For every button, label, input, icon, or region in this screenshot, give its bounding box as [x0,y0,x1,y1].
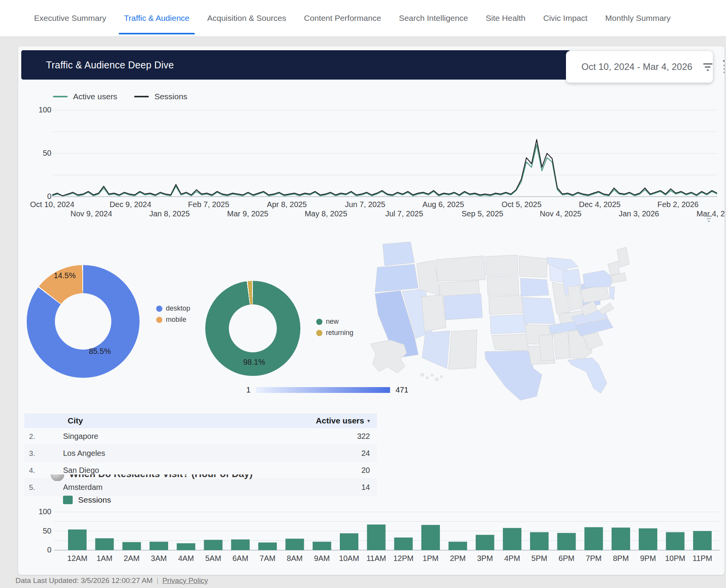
column-city: City [68,416,83,425]
privacy-policy-link[interactable]: Privacy Policy [162,576,208,585]
tab-civic-impact[interactable]: Civic Impact [543,0,587,36]
state-nd[interactable] [486,255,518,275]
tab-traffic-audience[interactable]: Traffic & Audience [124,0,189,36]
tab-content-performance[interactable]: Content Performance [304,0,381,36]
row-city: San Diego [63,466,361,475]
state-hi[interactable] [440,376,443,378]
more-vert-icon[interactable] [723,60,724,73]
mobile-pct-label: 14.5% [54,271,76,280]
state-ok[interactable] [492,334,529,351]
filter-icon[interactable] [703,63,712,71]
row-rank: 5. [24,483,63,492]
row-city: Los Angeles [63,449,361,458]
state-sd[interactable] [487,275,519,296]
legend-desktop: desktop [166,304,190,313]
date-range-value[interactable]: Oct 10, 2024 - Mar 4, 2026 [581,61,692,72]
legend-sessions: Sessions [154,92,187,101]
active-users-swatch [53,96,68,97]
state-ne[interactable] [489,295,525,314]
section-header: Traffic & Audience Deep Dive [21,50,570,80]
new-pct-label: 98.1% [243,358,265,367]
state-hi[interactable] [435,378,438,381]
row-city: Singapore [63,432,357,441]
last-updated-text: Data Last Updated: 3/5/2026 12:00:27 AM [15,576,153,585]
timeseries-legend: Active users Sessions [53,92,187,101]
state-ks[interactable] [490,314,528,334]
city-table: City Active users ▾ 2. Singapore 322 3. … [24,413,377,496]
legend-active-users: Active users [73,92,117,101]
state-me[interactable] [617,247,629,267]
state-mo[interactable] [522,297,555,324]
timeseries-chart [52,108,717,199]
state-co[interactable] [444,294,482,320]
bar-chart-x-axis: 12AM1AM2AM3AM4AM5AM6AM7AM8AM9AM10AM11AM1… [54,554,720,566]
column-active-users-sort[interactable]: Active users ▾ [316,416,370,425]
device-donut-legend: desktop mobile [156,304,190,327]
desktop-pct-label: 85.5% [89,347,111,356]
page-title: Traffic & Audience Deep Dive [46,50,174,80]
row-rank: 3. [24,449,63,458]
state-ut[interactable] [421,295,446,331]
clipped-section-title: When Do Residents Visit? (Hour of Day) [51,474,399,481]
date-range-control[interactable]: Oct 10, 2024 - Mar 4, 2026 [566,51,713,83]
map-gradient-legend: 1 471 [246,386,409,394]
returning-dot-icon [316,330,322,336]
sessions-bar-swatch [63,496,73,504]
row-rank: 2. [24,432,63,441]
mobile-dot-icon [156,317,162,323]
footer-separator: | [157,576,158,585]
table-row: 5. Amsterdam 14 [24,479,377,496]
state-vt-nh[interactable] [608,261,620,275]
footer: Data Last Updated: 3/5/2026 12:00:27 AM … [15,576,208,585]
tab-monthly-summary[interactable]: Monthly Summary [605,0,671,36]
state-nm[interactable] [448,330,477,369]
gradient-min-label: 1 [246,386,251,394]
tab-executive-summary[interactable]: Executive Summary [34,0,106,36]
timeseries-x-axis: Oct 10, 2024Nov 9, 2024Dec 9, 2024Jan 8,… [52,200,724,220]
state-or[interactable] [375,264,418,292]
sessions-swatch [134,96,149,97]
legend-mobile: mobile [166,316,186,324]
state-hi[interactable] [431,374,433,376]
state-hi[interactable] [421,373,424,376]
desktop-dot-icon [156,306,162,312]
state-in[interactable] [568,286,582,311]
row-city: Amsterdam [63,483,361,492]
state-wa[interactable] [383,242,414,266]
bar-chart-y-axis: 050100 [30,510,51,556]
row-active-users: 24 [361,449,370,458]
gradient-max-label: 471 [395,386,408,394]
legend-new: new [326,318,339,326]
row-active-users: 14 [361,483,370,492]
tab-bar: Executive SummaryTraffic & AudienceAcqui… [0,0,726,37]
legend-bar-sessions: Sessions [78,495,111,505]
state-az[interactable] [422,331,450,369]
new-dot-icon [316,319,322,325]
timeseries-y-axis: 050100 [30,108,51,201]
state-mn[interactable] [519,256,547,277]
state-nj[interactable] [609,287,615,300]
tab-site-health[interactable]: Site Health [486,0,526,36]
device-donut-chart [27,265,140,378]
us-choropleth-map[interactable] [367,239,638,401]
table-row: 2. Singapore 322 [24,428,377,445]
state-ny[interactable] [583,270,614,287]
gradient-bar [256,387,390,393]
dashboard-screen: Executive SummaryTraffic & AudienceAcqui… [0,0,726,588]
chart-filter-icon[interactable] [706,216,712,222]
state-hi[interactable] [426,377,428,379]
state-mt[interactable] [436,256,486,281]
sort-arrow-icon: ▾ [367,418,370,424]
state-al[interactable] [554,332,571,359]
state-ak[interactable] [370,340,407,373]
report-card: Traffic & Audience Deep Dive Oct 10, 202… [18,46,724,575]
row-active-users: 20 [361,466,370,475]
legend-returning: returning [326,329,353,337]
state-md[interactable] [598,303,614,314]
state-fl[interactable] [568,358,607,393]
state-ms[interactable] [539,335,554,361]
tab-acquisition-sources[interactable]: Acquisition & Sources [207,0,286,36]
state-ia[interactable] [520,278,549,296]
tab-search-intelligence[interactable]: Search Intelligence [399,0,468,36]
table-row: 3. Los Angeles 24 [24,445,377,462]
